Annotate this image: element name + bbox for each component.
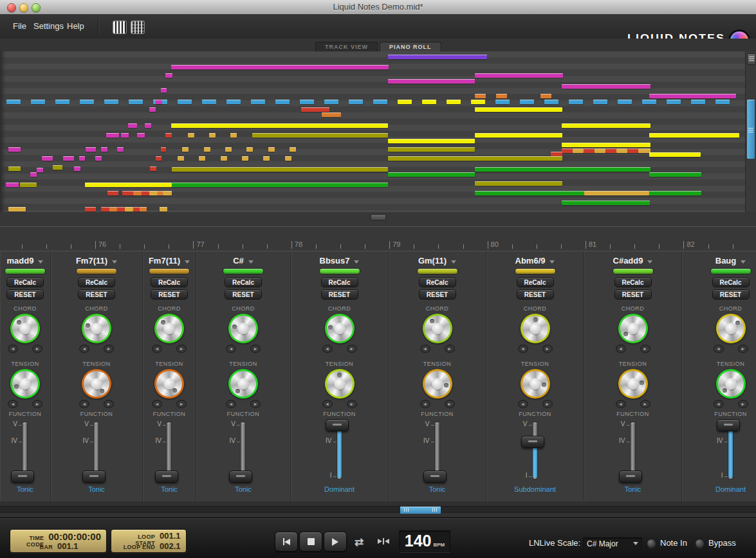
chord-name-dropdown[interactable]: madd9 [7, 256, 44, 266]
tension-prev-button[interactable]: ◂ [8, 400, 18, 408]
chord-prev-button[interactable]: ◂ [616, 345, 626, 353]
midi-note[interactable] [149, 191, 158, 195]
midi-note[interactable] [199, 156, 205, 161]
tension-next-button[interactable]: ▸ [542, 400, 553, 408]
chord-next-button[interactable]: ▸ [347, 345, 357, 353]
midi-note[interactable] [226, 100, 241, 104]
midi-note[interactable] [202, 100, 216, 104]
midi-note[interactable] [133, 191, 142, 195]
midi-note[interactable] [475, 133, 562, 138]
chord-name-dropdown[interactable]: Fm7(11) [76, 256, 117, 266]
midi-note[interactable] [85, 207, 96, 212]
function-slider[interactable]: VIVI [710, 420, 751, 484]
recalc-button[interactable]: ReCalc [6, 277, 44, 287]
chord-knob[interactable] [228, 314, 258, 343]
midi-note[interactable] [349, 100, 363, 104]
midi-note[interactable] [562, 84, 650, 89]
midi-note[interactable] [388, 79, 475, 84]
midi-note[interactable] [129, 100, 143, 104]
midi-note[interactable] [150, 166, 156, 171]
midi-note[interactable] [475, 107, 562, 112]
menu-settings[interactable]: Settings [33, 21, 64, 31]
tension-knob[interactable] [325, 369, 355, 399]
midi-note[interactable] [122, 191, 133, 195]
midi-note[interactable] [649, 191, 701, 195]
function-slider[interactable]: VIVI [613, 420, 654, 484]
tension-knob[interactable] [154, 369, 184, 399]
midi-note[interactable] [140, 207, 147, 212]
midi-note[interactable] [117, 207, 125, 212]
horizontal-scrollbar-thumb[interactable] [400, 507, 441, 514]
midi-note[interactable] [161, 147, 166, 152]
reset-button[interactable]: RESET [6, 289, 44, 300]
midi-note[interactable] [388, 139, 475, 143]
midi-note[interactable] [627, 148, 638, 153]
chord-name-dropdown[interactable]: Baug [715, 256, 746, 266]
midi-note[interactable] [142, 191, 149, 195]
midi-note[interactable] [268, 147, 275, 152]
chord-next-button[interactable]: ▸ [176, 345, 187, 353]
recalc-button[interactable]: ReCalc [419, 277, 456, 287]
tension-prev-button[interactable]: ◂ [420, 400, 430, 408]
midi-note[interactable] [475, 73, 563, 78]
reset-button[interactable]: RESET [614, 289, 652, 300]
midi-note[interactable] [496, 94, 507, 98]
function-slider[interactable]: VIVI [149, 420, 190, 484]
midi-note[interactable] [642, 100, 656, 104]
reset-button[interactable]: RESET [225, 289, 262, 300]
midi-note[interactable] [475, 94, 486, 98]
chord-next-button[interactable]: ▸ [542, 345, 553, 353]
midi-note[interactable] [95, 156, 102, 161]
piano-roll-vertical-scrollbar[interactable] [745, 51, 756, 212]
midi-note[interactable] [182, 147, 189, 152]
midi-note[interactable] [204, 147, 210, 152]
bpm-display[interactable]: 140 BPM [399, 530, 450, 552]
slider-handle[interactable] [11, 471, 34, 483]
midi-note[interactable] [163, 191, 172, 195]
midi-note[interactable] [324, 100, 338, 104]
midi-note[interactable] [6, 183, 19, 187]
midi-note[interactable] [117, 147, 124, 152]
midi-note[interactable] [388, 55, 487, 59]
chord-next-button[interactable]: ▸ [445, 345, 455, 353]
midi-note[interactable] [475, 191, 584, 195]
chord-next-button[interactable]: ▸ [640, 345, 650, 353]
chord-name-dropdown[interactable]: C# [233, 256, 254, 266]
piano-roll[interactable] [0, 51, 756, 212]
midi-note[interactable] [53, 165, 62, 170]
midi-note[interactable] [230, 133, 237, 138]
chord-knob[interactable] [10, 314, 40, 343]
tension-prev-button[interactable]: ◂ [518, 400, 528, 408]
midi-note[interactable] [30, 172, 37, 177]
chord-prev-button[interactable]: ◂ [420, 345, 430, 353]
function-slider[interactable]: VIVI [5, 420, 46, 484]
recalc-button[interactable]: ReCalc [517, 277, 554, 287]
tension-prev-button[interactable]: ◂ [79, 400, 89, 408]
tension-knob[interactable] [228, 369, 258, 399]
tension-next-button[interactable]: ▸ [250, 400, 261, 408]
chord-knob[interactable] [82, 314, 111, 343]
tension-knob[interactable] [618, 369, 648, 399]
note-in-led[interactable] [647, 539, 656, 548]
function-slider[interactable]: VIVI [223, 420, 264, 484]
midi-note[interactable] [649, 172, 701, 177]
midi-note[interactable] [156, 156, 161, 161]
grid-view-icon[interactable] [131, 21, 145, 34]
tension-prev-button[interactable]: ◂ [152, 400, 162, 408]
reset-button[interactable]: RESET [151, 289, 188, 300]
midi-note[interactable] [520, 100, 534, 104]
chord-prev-button[interactable]: ◂ [714, 345, 724, 353]
midi-note[interactable] [160, 207, 167, 212]
recalc-button[interactable]: ReCalc [321, 277, 358, 287]
midi-note[interactable] [649, 133, 739, 138]
jump-to-loop-icon[interactable] [378, 538, 389, 544]
midi-note[interactable] [165, 133, 172, 138]
function-slider[interactable]: VIVI [76, 420, 117, 484]
midi-note[interactable] [285, 156, 291, 161]
tab-track-view[interactable]: TRACK VIEW [315, 42, 378, 52]
midi-note[interactable] [8, 166, 21, 171]
chord-prev-button[interactable]: ◂ [79, 345, 89, 353]
chord-name-dropdown[interactable]: Abm6/9 [515, 256, 555, 266]
midi-note[interactable] [475, 167, 650, 172]
function-slider[interactable]: VIVI [417, 420, 458, 484]
